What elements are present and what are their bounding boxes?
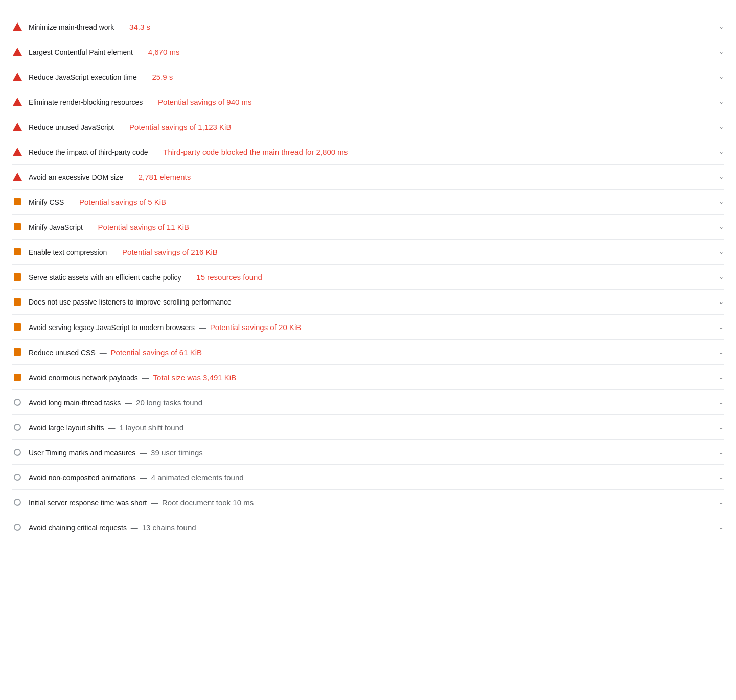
item-label-passive-listeners: Does not use passive listeners to improv… xyxy=(29,298,232,306)
gray-circle-icon xyxy=(12,522,22,532)
diagnostic-item-chaining-requests[interactable]: Avoid chaining critical requests — 13 ch… xyxy=(12,515,724,540)
chevron-down-icon[interactable]: ⌄ xyxy=(719,73,724,80)
item-label-cache-policy: Serve static assets with an efficient ca… xyxy=(29,273,262,282)
item-detail-user-timing: 39 user timings xyxy=(151,448,203,457)
diagnostic-item-third-party-code[interactable]: Reduce the impact of third-party code — … xyxy=(12,139,724,165)
item-label-dom-size: Avoid an excessive DOM size — 2,781 elem… xyxy=(29,173,191,181)
item-detail-non-composited-animations: 4 animated elements found xyxy=(151,473,244,482)
item-label-eliminate-render-blocking: Eliminate render-blocking resources — Po… xyxy=(29,98,252,106)
chevron-down-icon[interactable]: ⌄ xyxy=(719,248,724,255)
item-detail-layout-shifts: 1 layout shift found xyxy=(119,423,183,432)
item-label-network-payloads: Avoid enormous network payloads — Total … xyxy=(29,373,236,382)
orange-square-icon xyxy=(12,272,22,282)
chevron-down-icon[interactable]: ⌄ xyxy=(719,474,724,481)
orange-square-icon xyxy=(12,222,22,232)
diagnostic-item-network-payloads[interactable]: Avoid enormous network payloads — Total … xyxy=(12,365,724,390)
item-detail-minify-css: Potential savings of 5 KiB xyxy=(79,198,166,206)
diagnostic-item-minify-css[interactable]: Minify CSS — Potential savings of 5 KiB⌄ xyxy=(12,190,724,215)
item-label-largest-contentful-paint: Largest Contentful Paint element — 4,670… xyxy=(29,48,179,56)
item-detail-long-tasks: 20 long tasks found xyxy=(136,398,202,407)
diagnostic-item-non-composited-animations[interactable]: Avoid non-composited animations — 4 anim… xyxy=(12,465,724,490)
chevron-down-icon[interactable]: ⌄ xyxy=(719,148,724,155)
orange-square-icon xyxy=(12,347,22,357)
diagnostic-item-minimize-main-thread[interactable]: Minimize main-thread work — 34.3 s⌄ xyxy=(12,14,724,39)
orange-square-icon xyxy=(12,372,22,382)
item-detail-server-response: Root document took 10 ms xyxy=(162,498,254,507)
chevron-down-icon[interactable]: ⌄ xyxy=(719,399,724,406)
chevron-down-icon[interactable]: ⌄ xyxy=(719,298,724,306)
item-label-unused-css: Reduce unused CSS — Potential savings of… xyxy=(29,348,202,357)
red-triangle-icon xyxy=(12,21,22,32)
red-triangle-icon xyxy=(12,122,22,132)
item-label-minify-css: Minify CSS — Potential savings of 5 KiB xyxy=(29,198,166,206)
chevron-down-icon[interactable]: ⌄ xyxy=(719,524,724,531)
chevron-down-icon[interactable]: ⌄ xyxy=(719,173,724,180)
gray-circle-icon xyxy=(12,422,22,432)
item-detail-minimize-main-thread: 34.3 s xyxy=(129,22,150,31)
diagnostic-item-legacy-js[interactable]: Avoid serving legacy JavaScript to moder… xyxy=(12,315,724,340)
diagnostic-item-reduce-js-execution[interactable]: Reduce JavaScript execution time — 25.9 … xyxy=(12,64,724,89)
diagnostic-item-eliminate-render-blocking[interactable]: Eliminate render-blocking resources — Po… xyxy=(12,89,724,114)
diagnostic-item-cache-policy[interactable]: Serve static assets with an efficient ca… xyxy=(12,265,724,290)
orange-square-icon xyxy=(12,297,22,307)
item-label-server-response: Initial server response time was short —… xyxy=(29,498,254,507)
orange-square-icon xyxy=(12,247,22,257)
chevron-down-icon[interactable]: ⌄ xyxy=(719,223,724,230)
red-triangle-icon xyxy=(12,72,22,82)
chevron-down-icon[interactable]: ⌄ xyxy=(719,98,724,105)
chevron-down-icon[interactable]: ⌄ xyxy=(719,374,724,381)
diagnostic-item-reduce-unused-js[interactable]: Reduce unused JavaScript — Potential sav… xyxy=(12,114,724,139)
diagnostics-list: Minimize main-thread work — 34.3 s⌄Large… xyxy=(12,14,724,540)
chevron-down-icon[interactable]: ⌄ xyxy=(719,23,724,30)
item-detail-reduce-js-execution: 25.9 s xyxy=(152,73,173,81)
diagnostic-item-long-tasks[interactable]: Avoid long main-thread tasks — 20 long t… xyxy=(12,390,724,415)
orange-square-icon xyxy=(12,197,22,207)
item-label-reduce-unused-js: Reduce unused JavaScript — Potential sav… xyxy=(29,123,231,131)
orange-square-icon xyxy=(12,322,22,332)
red-triangle-icon xyxy=(12,147,22,157)
diagnostic-item-dom-size[interactable]: Avoid an excessive DOM size — 2,781 elem… xyxy=(12,165,724,190)
chevron-down-icon[interactable]: ⌄ xyxy=(719,48,724,55)
chevron-down-icon[interactable]: ⌄ xyxy=(719,123,724,130)
chevron-down-icon[interactable]: ⌄ xyxy=(719,424,724,431)
gray-circle-icon xyxy=(12,397,22,407)
item-detail-third-party-code: Third-party code blocked the main thread… xyxy=(163,148,348,156)
item-label-minify-js: Minify JavaScript — Potential savings of… xyxy=(29,223,189,231)
diagnostic-item-user-timing[interactable]: User Timing marks and measures — 39 user… xyxy=(12,440,724,465)
item-label-third-party-code: Reduce the impact of third-party code — … xyxy=(29,148,348,156)
diagnostic-item-unused-css[interactable]: Reduce unused CSS — Potential savings of… xyxy=(12,340,724,365)
diagnostic-item-largest-contentful-paint[interactable]: Largest Contentful Paint element — 4,670… xyxy=(12,39,724,64)
chevron-down-icon[interactable]: ⌄ xyxy=(719,198,724,205)
item-label-layout-shifts: Avoid large layout shifts — 1 layout shi… xyxy=(29,423,183,432)
chevron-down-icon[interactable]: ⌄ xyxy=(719,449,724,456)
gray-circle-icon xyxy=(12,472,22,482)
chevron-down-icon[interactable]: ⌄ xyxy=(719,323,724,331)
item-detail-minify-js: Potential savings of 11 KiB xyxy=(98,223,189,231)
item-detail-unused-css: Potential savings of 61 KiB xyxy=(111,348,202,357)
item-detail-largest-contentful-paint: 4,670 ms xyxy=(148,48,180,56)
chevron-down-icon[interactable]: ⌄ xyxy=(719,348,724,356)
item-detail-chaining-requests: 13 chains found xyxy=(142,523,196,532)
item-detail-dom-size: 2,781 elements xyxy=(139,173,191,181)
diagnostic-item-layout-shifts[interactable]: Avoid large layout shifts — 1 layout shi… xyxy=(12,415,724,440)
item-detail-cache-policy: 15 resources found xyxy=(196,273,262,282)
item-label-minimize-main-thread: Minimize main-thread work — 34.3 s xyxy=(29,22,150,31)
red-triangle-icon xyxy=(12,172,22,182)
diagnostic-item-server-response[interactable]: Initial server response time was short —… xyxy=(12,490,724,515)
item-label-reduce-js-execution: Reduce JavaScript execution time — 25.9 … xyxy=(29,73,173,81)
red-triangle-icon xyxy=(12,97,22,107)
gray-circle-icon xyxy=(12,497,22,507)
chevron-down-icon[interactable]: ⌄ xyxy=(719,273,724,281)
diagnostic-item-passive-listeners[interactable]: Does not use passive listeners to improv… xyxy=(12,290,724,315)
item-label-non-composited-animations: Avoid non-composited animations — 4 anim… xyxy=(29,473,244,482)
item-detail-legacy-js: Potential savings of 20 KiB xyxy=(210,323,301,332)
chevron-down-icon[interactable]: ⌄ xyxy=(719,499,724,506)
item-label-text-compression: Enable text compression — Potential savi… xyxy=(29,248,218,256)
diagnostic-item-text-compression[interactable]: Enable text compression — Potential savi… xyxy=(12,240,724,265)
item-detail-network-payloads: Total size was 3,491 KiB xyxy=(153,373,237,382)
diagnostic-item-minify-js[interactable]: Minify JavaScript — Potential savings of… xyxy=(12,215,724,240)
item-label-chaining-requests: Avoid chaining critical requests — 13 ch… xyxy=(29,523,196,532)
item-label-legacy-js: Avoid serving legacy JavaScript to moder… xyxy=(29,323,301,332)
red-triangle-icon xyxy=(12,46,22,57)
item-detail-text-compression: Potential savings of 216 KiB xyxy=(122,248,218,256)
